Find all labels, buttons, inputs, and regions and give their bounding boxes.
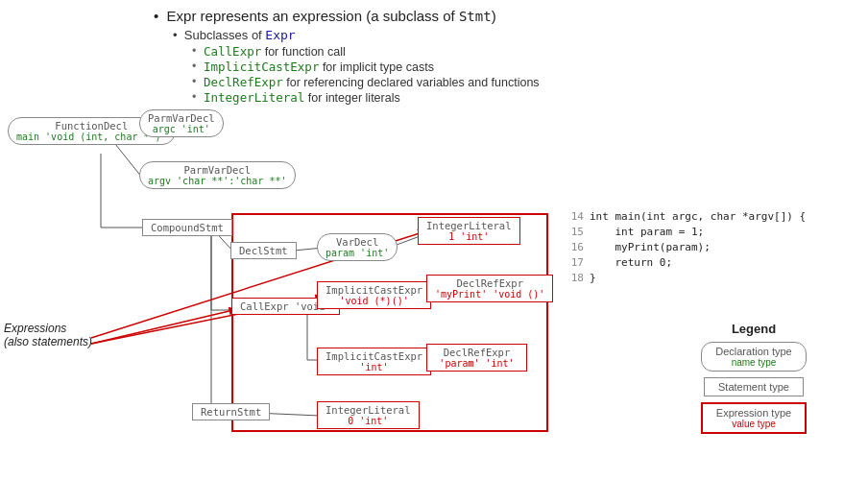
implicit-cast-expr-1-line1: ImplicitCastExpr (326, 284, 422, 296)
integer-literal-0-node: IntegerLiteral 0 'int' (317, 401, 420, 429)
svg-line-1 (115, 144, 142, 178)
bullet-item-2-code: DeclRefExpr (204, 75, 283, 89)
var-decl-line2: param 'int' (326, 248, 389, 258)
integer-literal-0-line2: 0 'int' (326, 416, 411, 426)
legend-decl-sublabel: name type (715, 357, 792, 368)
header-title-code: Stmt (459, 9, 492, 24)
decl-ref-expr-2-line2: 'param' 'int' (435, 358, 518, 369)
subclasses-header: • Subclasses of Expr (173, 28, 834, 42)
integer-literal-1-node: IntegerLiteral 1 'int' (418, 217, 520, 245)
header-title: • Expr represents an expression (a subcl… (154, 8, 834, 24)
return-stmt-line1: ReturnStmt (201, 406, 261, 418)
var-decl-node: VarDecl param 'int' (317, 233, 398, 261)
legend-decl-box: Declaration type name type (701, 342, 807, 372)
implicit-cast-expr-2-line2: 'int' (326, 362, 422, 372)
legend-item-stmt: Statement type (677, 377, 831, 396)
legend-decl-label: Declaration type (715, 346, 792, 357)
decl-ref-expr-1-line1: DeclRefExpr (435, 277, 544, 289)
legend-expr-label: Expression type (716, 407, 791, 419)
diagram-area: Expressions(also statements) FunctionDec… (0, 106, 624, 499)
compound-stmt-line1: CompoundStmt (151, 222, 224, 233)
parm-var-decl-1-line2: argc 'int' (148, 124, 215, 134)
legend-area: Legend Declaration type name type Statem… (677, 322, 831, 440)
decl-stmt-node: DeclStmt (230, 242, 297, 259)
code-line-17: 17 return 0; (567, 255, 811, 271)
legend-item-decl: Declaration type name type (677, 342, 831, 372)
integer-literal-0-line1: IntegerLiteral (326, 404, 411, 416)
code-line-18: 18 } (567, 271, 811, 286)
var-decl-line1: VarDecl (326, 236, 389, 248)
parm-var-decl-1-line1: ParmVarDecl (148, 112, 215, 124)
code-line-15: 15 int param = 1; (567, 225, 811, 240)
parm-var-decl-2-line2: argv 'char **':'char **' (148, 176, 287, 186)
bullet-item-3-text: for integer literals (304, 91, 399, 105)
bullet-item-1-code: ImplicitCastExpr (204, 60, 319, 74)
decl-ref-expr-2-line1: DeclRefExpr (435, 347, 518, 358)
implicit-cast-expr-1-node: ImplicitCastExpr 'void (*)()' (317, 281, 431, 309)
code-line-14: 14 int main(int argc, char *argv[]) { (567, 209, 811, 225)
decl-stmt-line1: DeclStmt (239, 245, 288, 256)
bullet-list: CallExpr for function call ImplicitCastE… (192, 44, 834, 105)
header-area: • Expr represents an expression (a subcl… (154, 8, 834, 106)
subclasses-label: Subclasses of (184, 28, 266, 42)
bullet-item-0-code: CallExpr (204, 44, 261, 59)
legend-expr-sublabel: value type (716, 419, 791, 429)
header-title-end: ) (492, 8, 496, 24)
legend-item-expr: Expression type value type (677, 402, 831, 434)
compound-stmt-node: CompoundStmt (142, 219, 232, 236)
header-title-text: Expr represents an expression (a subclas… (167, 8, 459, 24)
bullet-item-3: IntegerLiteral for integer literals (192, 90, 834, 105)
implicit-cast-expr-2-node: ImplicitCastExpr 'int' (317, 348, 431, 375)
bullet-item-1-text: for implicit type casts (319, 60, 433, 74)
legend-title: Legend (677, 322, 831, 336)
bullet: • (154, 8, 162, 24)
parm-var-decl-1-node: ParmVarDecl argc 'int' (139, 109, 224, 137)
main-container: • Expr represents an expression (a subcl… (0, 0, 844, 504)
decl-ref-expr-2-node: DeclRefExpr 'param' 'int' (426, 344, 527, 372)
return-stmt-node: ReturnStmt (192, 403, 270, 420)
parm-var-decl-2-line1: ParmVarDecl (148, 164, 287, 176)
code-line-16: 16 myPrint(param); (567, 240, 811, 255)
legend-stmt-box: Statement type (704, 377, 804, 396)
bullet-item-1: ImplicitCastExpr for implicit type casts (192, 60, 834, 74)
bullet-item-2-text: for referencing declared variables and f… (283, 76, 540, 89)
code-area: 14 int main(int argc, char *argv[]) { 15… (567, 209, 811, 286)
parm-var-decl-2-node: ParmVarDecl argv 'char **':'char **' (139, 161, 296, 189)
bullet-item-0: CallExpr for function call (192, 44, 834, 59)
integer-literal-1-line2: 1 'int' (426, 231, 512, 242)
bullet-item-3-code: IntegerLiteral (204, 90, 304, 105)
expr-label: Expressions(also statements) (4, 322, 92, 348)
svg-line-17 (91, 310, 233, 344)
bullet-item-2: DeclRefExpr for referencing declared var… (192, 75, 834, 89)
decl-ref-expr-1-node: DeclRefExpr 'myPrint' 'void ()' (426, 275, 553, 302)
implicit-cast-expr-2-line1: ImplicitCastExpr (326, 350, 422, 362)
legend-stmt-label: Statement type (718, 381, 789, 393)
legend-expr-box: Expression type value type (701, 402, 807, 434)
bullet-item-0-text: for function call (261, 45, 346, 59)
implicit-cast-expr-1-line2: 'void (*)()' (326, 296, 422, 306)
bullet2: • (173, 28, 181, 42)
decl-ref-expr-1-line2: 'myPrint' 'void ()' (435, 289, 544, 300)
integer-literal-1-line1: IntegerLiteral (426, 220, 512, 231)
subclasses-code: Expr (265, 28, 295, 42)
